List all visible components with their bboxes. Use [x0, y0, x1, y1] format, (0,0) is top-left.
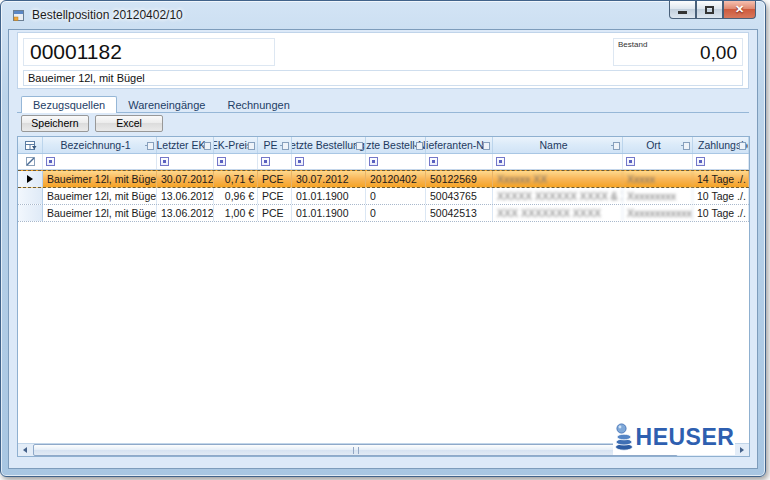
cell-letzte_bestellung[interactable]: 01.01.1900: [292, 205, 366, 221]
pin-icon[interactable]: [414, 142, 423, 150]
article-number-field[interactable]: 00001182: [23, 38, 275, 66]
cell-name[interactable]: XXXXX XXXXXX XXXX & XX.XX: [493, 188, 623, 204]
column-header-pe[interactable]: PE: [258, 137, 292, 153]
filter-condition-icon[interactable]: [369, 157, 378, 166]
pin-icon[interactable]: [280, 142, 289, 150]
row-indicator: [18, 171, 43, 187]
filter-condition-icon[interactable]: [429, 157, 438, 166]
filter-cell-bezeichnung[interactable]: [43, 154, 157, 169]
cell-bezeichnung[interactable]: Baueimer 12l, mit Bügel: [43, 188, 157, 204]
table-row[interactable]: Baueimer 12l, mit Bügel30.07.20120,71 €P…: [18, 170, 749, 188]
filter-cell-zahlungsbed[interactable]: [693, 154, 749, 169]
pin-icon[interactable]: [202, 142, 211, 150]
description-field[interactable]: Baueimer 12l, mit Bügel: [23, 70, 743, 86]
cell-pe[interactable]: PCE: [258, 171, 292, 187]
pin-icon[interactable]: [246, 142, 255, 150]
filter-cell-letzte_bestellung[interactable]: [292, 154, 366, 169]
save-button[interactable]: Speichern: [21, 115, 89, 132]
filter-condition-icon[interactable]: [261, 157, 270, 166]
filter-cell-letzte_bestell_nr[interactable]: [366, 154, 426, 169]
close-icon: ✕: [735, 4, 744, 15]
maximize-button[interactable]: [696, 1, 723, 19]
cell-letzter_ek[interactable]: 13.06.2012: [157, 205, 214, 221]
tab-bezugsquellen[interactable]: Bezugsquellen: [21, 96, 117, 113]
cell-ort[interactable]: Xxxxx: [623, 171, 693, 187]
filter-condition-icon[interactable]: [496, 157, 505, 166]
cell-name[interactable]: Xxxxxx XX: [493, 171, 623, 187]
cell-letzte_bestell_nr[interactable]: 0: [366, 188, 426, 204]
cell-pe[interactable]: PCE: [258, 205, 292, 221]
row-indicator: [18, 188, 43, 204]
app-icon: [11, 8, 26, 23]
filter-condition-icon[interactable]: [295, 157, 304, 166]
column-header-name[interactable]: Name: [493, 137, 623, 153]
grid-corner-cell[interactable]: [18, 137, 43, 153]
cell-ek_preis[interactable]: 0,96 €: [214, 188, 258, 204]
close-button[interactable]: ✕: [723, 1, 756, 19]
cell-letzte_bestell_nr[interactable]: 20120402: [366, 171, 426, 187]
cell-lieferanten_nr[interactable]: 50042513: [426, 205, 493, 221]
pin-icon[interactable]: [611, 142, 620, 150]
column-label: Bezeichnung-1: [58, 139, 140, 151]
column-header-zahlungsbed[interactable]: Zahlungsbed: [693, 137, 749, 153]
cell-letzte_bestell_nr[interactable]: 0: [366, 205, 426, 221]
cell-letzte_bestellung[interactable]: 30.07.2012: [292, 171, 366, 187]
filter-row-indicator[interactable]: [18, 154, 43, 169]
grid-filter-row: [18, 154, 749, 170]
pin-icon[interactable]: [737, 142, 746, 150]
filter-cell-ek_preis[interactable]: [214, 154, 258, 169]
filter-condition-icon[interactable]: [626, 157, 635, 166]
cell-ek_preis[interactable]: 1,00 €: [214, 205, 258, 221]
cell-zahlungsbed[interactable]: 14 Tage ./. 3: [693, 171, 749, 187]
header-panel: 00001182 Bestand 0,00 Baueimer 12l, mit …: [17, 32, 749, 89]
heuser-logo-icon: [614, 422, 634, 452]
tab-rechnungen[interactable]: Rechnungen: [216, 96, 300, 113]
cell-bezeichnung[interactable]: Baueimer 12l, mit Bügel: [43, 205, 157, 221]
column-header-lieferanten_nr[interactable]: Lieferanten-Nr.: [426, 137, 493, 153]
table-row[interactable]: Baueimer 12l, mit Bügel13.06.20121,00 €P…: [18, 205, 749, 222]
scroll-left-icon: [23, 447, 27, 453]
column-header-ort[interactable]: Ort: [623, 137, 693, 153]
cell-ek_preis[interactable]: 0,71 €: [214, 171, 258, 187]
cell-zahlungsbed[interactable]: 10 Tage ./. 2: [693, 188, 749, 204]
filter-condition-icon[interactable]: [46, 157, 55, 166]
cell-name[interactable]: XXX XXXXXXX XXXX: [493, 205, 623, 221]
column-header-letzter_ek[interactable]: Letzter EK: [157, 137, 214, 153]
cell-letzter_ek[interactable]: 30.07.2012: [157, 171, 214, 187]
cell-zahlungsbed[interactable]: 10 Tage ./. 3: [693, 205, 749, 221]
title-bar[interactable]: Bestellposition 20120402/10 ✕: [1, 1, 765, 29]
table-row[interactable]: Baueimer 12l, mit Bügel13.06.20120,96 €P…: [18, 188, 749, 205]
filter-cell-name[interactable]: [493, 154, 623, 169]
cell-lieferanten_nr[interactable]: 50122569: [426, 171, 493, 187]
filter-cell-letzter_ek[interactable]: [157, 154, 214, 169]
filter-cell-pe[interactable]: [258, 154, 292, 169]
scroll-left-button[interactable]: [18, 444, 32, 456]
filter-condition-icon[interactable]: [160, 157, 169, 166]
filter-condition-icon[interactable]: [696, 157, 705, 166]
column-header-ek_preis[interactable]: EK-Preis: [214, 137, 258, 153]
filter-condition-icon[interactable]: [217, 157, 226, 166]
column-header-letzte_bestellung[interactable]: Letzte Bestellung: [292, 137, 366, 153]
minimize-button[interactable]: [669, 1, 696, 19]
excel-button[interactable]: Excel: [95, 115, 163, 132]
filter-cell-lieferanten_nr[interactable]: [426, 154, 493, 169]
cell-letzter_ek[interactable]: 13.06.2012: [157, 188, 214, 204]
cell-lieferanten_nr[interactable]: 50043765: [426, 188, 493, 204]
pin-icon[interactable]: [354, 142, 363, 150]
stock-box: Bestand 0,00: [613, 38, 743, 66]
column-header-letzte_bestell_nr[interactable]: Letzte Bestell-Nr.: [366, 137, 426, 153]
cell-pe[interactable]: PCE: [258, 188, 292, 204]
tab-wareneingänge[interactable]: Wareneingänge: [117, 96, 216, 113]
cell-bezeichnung[interactable]: Baueimer 12l, mit Bügel: [43, 171, 157, 187]
cell-ort[interactable]: Xxxxxxxxxxxx: [623, 205, 693, 221]
column-header-bezeichnung[interactable]: Bezeichnung-1: [43, 137, 157, 153]
scrollbar-thumb[interactable]: [33, 444, 678, 456]
filter-cell-ort[interactable]: [623, 154, 693, 169]
cell-letzte_bestellung[interactable]: 01.01.1900: [292, 188, 366, 204]
pin-icon[interactable]: [145, 142, 154, 150]
pin-icon[interactable]: [481, 142, 490, 150]
pin-icon[interactable]: [681, 142, 690, 150]
scroll-right-button[interactable]: [735, 444, 749, 456]
toolbar: Speichern Excel: [17, 113, 749, 135]
cell-ort[interactable]: Xxxxxxxxx: [623, 188, 693, 204]
